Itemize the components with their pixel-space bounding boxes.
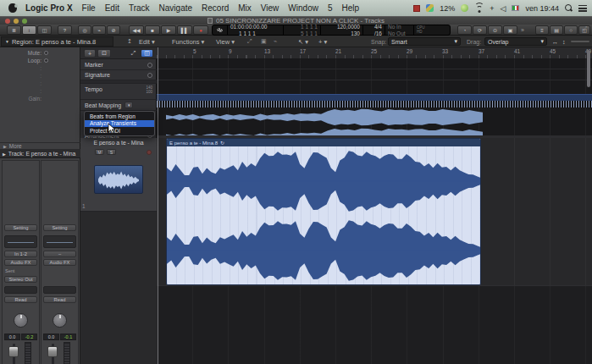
flex-button[interactable]: ▣ — [261, 36, 267, 47]
track-header-1[interactable]: E penso a te - Mina M S — [80, 138, 157, 212]
menu-script[interactable]: 5 — [328, 3, 333, 13]
record-enable-button[interactable] — [147, 150, 152, 155]
track-inspector-header[interactable]: ▶ Track: E penso a te - Mina — [0, 150, 80, 158]
close-button[interactable] — [5, 19, 10, 24]
library-button[interactable]: ≣ — [7, 25, 21, 35]
play-button[interactable]: ▶ — [161, 25, 176, 35]
status-app-icon[interactable] — [426, 4, 434, 12]
region-param-row[interactable]: Gain: — [0, 95, 80, 102]
snap-select[interactable]: Smart▾ — [388, 37, 461, 46]
menu-view[interactable]: View — [261, 3, 279, 13]
beat-mapping-menu-button[interactable]: ▾ — [124, 102, 133, 108]
add-track-button[interactable]: + — [84, 49, 96, 58]
wifi-icon[interactable] — [474, 5, 484, 12]
audio-fx-slot[interactable]: Audio FX — [4, 259, 37, 266]
view-menu-button[interactable]: View▾ — [216, 36, 235, 47]
audio-fx-slot[interactable]: Audio FX — [43, 259, 76, 266]
automation-button[interactable]: ⌁ — [274, 36, 277, 47]
rewind-button[interactable]: ◀◀ — [129, 25, 144, 35]
more-transport-chevron[interactable]: » — [521, 27, 524, 33]
volume-value[interactable]: 0.0 — [4, 334, 20, 340]
status-green-icon[interactable] — [461, 4, 468, 12]
group-slot[interactable] — [4, 286, 37, 294]
empty-track-list-area[interactable] — [80, 212, 157, 364]
automation-mode-button[interactable]: Read — [43, 296, 76, 303]
note-pads-button[interactable]: ▤ — [550, 25, 563, 35]
spotlight-icon[interactable] — [565, 4, 573, 12]
drag-select[interactable]: Overlap▾ — [484, 37, 547, 46]
region-inspector-header[interactable]: ▼ Region: E penso a te - Mina.8 — [1, 36, 113, 47]
waveform-zoom-button[interactable]: ↔ — [552, 36, 558, 47]
bar-ruler[interactable]: 5913172125293337414549 — [157, 47, 592, 59]
volume-fader[interactable] — [8, 346, 19, 357]
region-param-row[interactable]: Mute: — [0, 49, 80, 56]
edit-menu-button[interactable]: Edit▾ — [139, 36, 155, 47]
region-param-row[interactable]: : — [0, 64, 80, 71]
volume-fader[interactable] — [47, 346, 58, 357]
region-header[interactable]: E penso a te - Mina.8 ↻ — [167, 139, 481, 146]
output-slot[interactable]: Stereo Out — [4, 276, 37, 283]
playhead[interactable] — [158, 47, 158, 364]
tuner-button[interactable]: ◎ — [78, 25, 91, 35]
menu-help[interactable]: Help — [341, 3, 359, 13]
notification-center-icon[interactable] — [578, 5, 587, 12]
region-param-row[interactable]: : — [0, 80, 80, 86]
pan-knob[interactable] — [14, 313, 28, 328]
menu-window[interactable]: Window — [288, 3, 318, 13]
dropdown-item-beats-from-region[interactable]: Beats from Region — [85, 113, 154, 120]
replace-button[interactable]: ⊙ — [488, 25, 502, 35]
italian-flag-icon[interactable] — [512, 5, 519, 11]
cycle-button[interactable]: ⟳ — [473, 25, 487, 35]
track-icon-thumbnail[interactable] — [94, 165, 143, 194]
lcd-gear-icon[interactable] — [217, 28, 223, 32]
global-track-beat-mapping[interactable]: Beat Mapping ▾ — [80, 100, 157, 111]
menu-track[interactable]: Track — [129, 3, 150, 13]
pan-knob[interactable] — [53, 313, 67, 328]
track-lane-1[interactable]: E penso a te - Mina.8 ↻ — [157, 138, 592, 285]
apple-loops-button[interactable]: ○ — [564, 25, 578, 35]
dropdown-item-analyze-transients[interactable]: Analyze Transients — [85, 120, 154, 128]
marker-detail-button[interactable] — [147, 63, 152, 68]
setting-button[interactable]: Setting — [4, 224, 37, 231]
input-slot[interactable]: In 1-2 — [4, 251, 37, 257]
more-disclosure[interactable]: ▶ More — [0, 142, 80, 150]
menu-clock[interactable]: ven 19:44 — [525, 4, 559, 13]
menu-navigate[interactable]: Navigate — [159, 3, 192, 13]
count-in-button[interactable]: ◔ — [457, 25, 472, 35]
smart-controls-button[interactable]: ◫ — [37, 25, 52, 35]
stop-button[interactable]: ■ — [145, 25, 160, 35]
audio-region[interactable]: E penso a te - Mina.8 ↻ — [166, 138, 481, 285]
pause-button[interactable]: ▌▌ — [177, 25, 192, 35]
duplicate-track-button[interactable]: ⊡ — [97, 49, 111, 58]
zoom-slider[interactable] — [571, 41, 589, 42]
functions-menu-button[interactable]: Functions▾ — [172, 36, 204, 47]
inspector-button[interactable]: i — [22, 25, 36, 35]
region-param-row[interactable]: : — [0, 72, 80, 79]
global-track-marker[interactable]: Marker — [80, 60, 157, 70]
record-button[interactable]: ● — [193, 25, 208, 35]
list-editors-button[interactable]: ≡ — [535, 25, 549, 35]
fullscreen-icon[interactable]: ⤢ — [583, 25, 588, 32]
setting-button[interactable]: Setting — [43, 224, 76, 231]
eq-thumbnail[interactable] — [4, 235, 37, 248]
zoom-tool-button[interactable]: ⤢ — [247, 36, 252, 47]
menu-mix[interactable]: Mix — [238, 3, 252, 13]
signature-detail-button[interactable] — [147, 73, 152, 78]
left-click-tool-menu[interactable]: ↖▾ — [298, 36, 308, 47]
menu-file[interactable]: File — [82, 3, 96, 13]
group-slot[interactable] — [43, 286, 76, 294]
track-name[interactable]: E penso a te - Mina — [80, 140, 157, 146]
autopunch-button[interactable]: ▣ — [503, 25, 517, 35]
screen-recording-icon[interactable] — [413, 5, 420, 12]
dropdown-item-protect-midi[interactable]: Protect MIDI — [85, 127, 154, 135]
vertical-zoom-button[interactable]: ↕ — [562, 36, 566, 47]
menu-record[interactable]: Record — [202, 3, 229, 13]
app-menu[interactable]: Logic Pro X — [25, 3, 73, 13]
tempo-lane-curve[interactable] — [157, 94, 592, 101]
global-track-signature[interactable]: Signature — [80, 70, 157, 80]
volume-value[interactable]: 0.0 — [43, 334, 59, 340]
menu-edit[interactable]: Edit — [105, 3, 119, 13]
accessibility-plus-icon[interactable]: + — [490, 4, 494, 13]
region-param-row[interactable]: : — [0, 87, 80, 94]
apple-icon[interactable] — [8, 3, 17, 13]
